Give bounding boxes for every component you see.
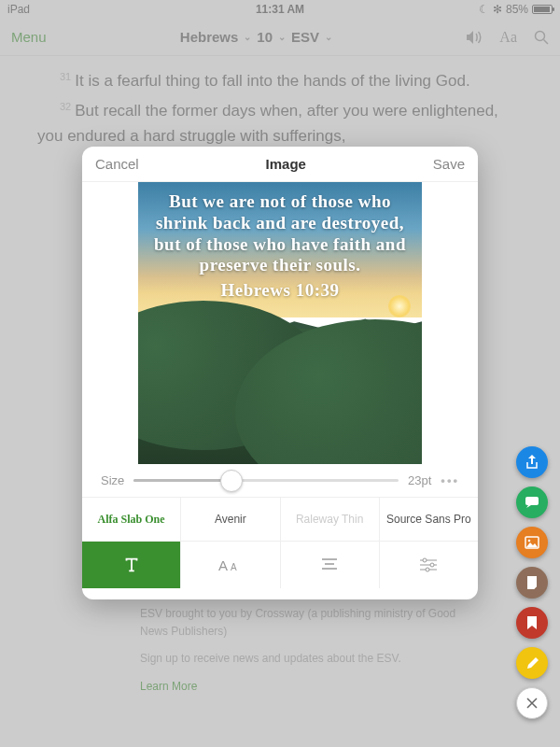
svg-point-12	[426, 568, 429, 571]
size-tab[interactable]: AA	[181, 542, 280, 588]
svg-point-15	[528, 540, 531, 543]
image-preview[interactable]: But we are not of those who shrink back …	[138, 182, 422, 464]
highlight-button[interactable]	[516, 647, 548, 679]
size-value: 23pt	[408, 473, 431, 487]
svg-rect-13	[525, 497, 539, 505]
font-option-sourcesans[interactable]: Source Sans Pro	[380, 498, 478, 541]
cancel-button[interactable]: Cancel	[95, 156, 139, 172]
image-button[interactable]	[516, 527, 548, 558]
verse-overlay-text: But we are not of those who shrink back …	[154, 191, 406, 275]
action-buttons	[516, 446, 548, 719]
note-button[interactable]	[516, 567, 548, 599]
editor-tabs: AA	[82, 542, 478, 588]
text-tab[interactable]	[82, 542, 181, 588]
alignment-tab[interactable]	[281, 542, 380, 588]
font-option-avenir[interactable]: Avenir	[181, 498, 280, 541]
size-slider[interactable]	[133, 479, 399, 482]
svg-text:A: A	[231, 562, 237, 572]
svg-point-10	[430, 563, 434, 567]
verse-reference: Hebrews 10:39	[151, 280, 409, 302]
share-button[interactable]	[516, 446, 548, 478]
font-option-raleway[interactable]: Raleway Thin	[281, 498, 380, 541]
svg-point-8	[423, 558, 427, 562]
size-label: Size	[101, 473, 124, 487]
font-option-alfaslab[interactable]: Alfa Slab One	[82, 498, 181, 541]
bookmark-button[interactable]	[516, 607, 548, 639]
more-options-icon[interactable]: •••	[441, 473, 459, 487]
image-editor-modal: Cancel Image Save But we are not of thos…	[82, 147, 478, 599]
settings-tab[interactable]	[380, 542, 478, 588]
modal-title: Image	[266, 156, 306, 172]
save-button[interactable]: Save	[433, 156, 465, 172]
close-button[interactable]	[516, 687, 548, 719]
message-button[interactable]	[516, 486, 548, 518]
slider-thumb[interactable]	[220, 470, 243, 492]
font-picker: Alfa Slab One Avenir Raleway Thin Source…	[82, 497, 478, 542]
svg-text:A: A	[218, 557, 228, 573]
